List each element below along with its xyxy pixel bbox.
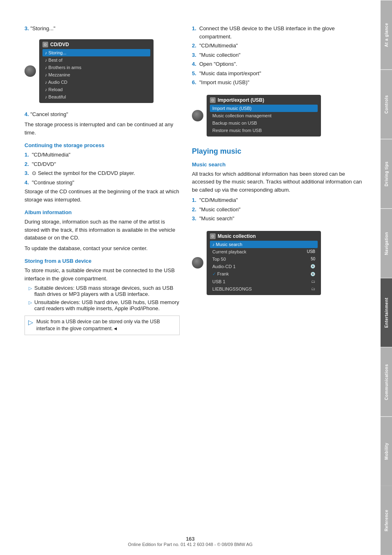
screen2-header: ⊙ Import/export (USB) bbox=[210, 97, 318, 103]
bullet-arrow-2: ▷ bbox=[29, 300, 32, 305]
note-text: Music from a USB device can be stored on… bbox=[36, 318, 176, 332]
screen3-container: ⊙ Music collection ♪ Music search Curren… bbox=[192, 227, 368, 299]
usb-title: Storing from a USB device bbox=[24, 258, 180, 264]
continuing-steps: 1. "CD/Multimedia" 2. "CD/DVD" 3. ⊙ Sele… bbox=[24, 151, 180, 186]
continuing-title: Continuing the storage process bbox=[24, 142, 180, 148]
list-item: 2. "CD/Multimedia" bbox=[192, 42, 368, 50]
step4-text: "Cancel storing" bbox=[30, 111, 68, 117]
screen2-row-2: Backup music on USB bbox=[210, 119, 318, 127]
screen2-header-icon: ⊙ bbox=[210, 97, 216, 103]
sidebar-tab-entertainment[interactable]: Entertainment bbox=[381, 278, 392, 347]
note-box: ▷ Music from a USB device can be stored … bbox=[24, 316, 180, 335]
screen3-row-0: ♪ Music search bbox=[210, 241, 318, 248]
suitable-text: Suitable devices: USB mass storage devic… bbox=[34, 285, 180, 297]
screen1-row-5: ♪ Reload bbox=[42, 86, 150, 93]
right-column: 1. Connect the USB device to the USB int… bbox=[192, 25, 368, 539]
music-search-title: Music search bbox=[192, 161, 368, 168]
unsuitable-text: Unsuitable devices: USB hard drive, USB … bbox=[34, 299, 180, 311]
knob2 bbox=[192, 110, 203, 121]
list-item: 3. "Music search" bbox=[192, 215, 368, 223]
page-number: 163 bbox=[0, 536, 381, 542]
screen2-row-0: Import music (USB) bbox=[210, 105, 318, 112]
sidebar-tab-driving-tips[interactable]: Driving tips bbox=[381, 139, 392, 208]
screen1-row-2: ♪ Brothers in arms bbox=[42, 64, 150, 71]
screen3-row-5: USB 1 🗂 bbox=[210, 278, 318, 285]
screen3-row-6: LIEBLINGSSONGS 🗂 bbox=[210, 285, 318, 293]
screen3-title: Music collection bbox=[218, 233, 256, 239]
list-item: 1. Connect the USB device to the USB int… bbox=[192, 25, 368, 40]
screen2-container: ⊙ Import/export (USB) Import music (USB)… bbox=[192, 91, 368, 141]
page-wrapper: 3. "Storing..." ⊙ CD/DVD ♪ Storing... ♪ … bbox=[0, 0, 392, 555]
main-content: 3. "Storing..." ⊙ CD/DVD ♪ Storing... ♪ … bbox=[0, 0, 381, 555]
sidebar: At a glance Controls Driving tips Naviga… bbox=[381, 0, 392, 555]
screen2-row-1: Music collection management bbox=[210, 112, 318, 119]
knob1 bbox=[24, 65, 36, 77]
music-search-desc: All tracks for which additional informat… bbox=[192, 170, 368, 194]
sidebar-tab-mobility[interactable]: Mobility bbox=[381, 416, 392, 486]
left-column: 3. "Storing..." ⊙ CD/DVD ♪ Storing... ♪ … bbox=[24, 25, 180, 539]
playing-title: Playing music bbox=[192, 147, 368, 156]
screen3-row-1: Current playback USB bbox=[210, 248, 318, 255]
suitable-item: ▷ Suitable devices: USB mass storage dev… bbox=[24, 285, 180, 297]
footer-text: Online Edition for Part no. 01 41 2 603 … bbox=[0, 542, 381, 547]
list-item: 6. "Import music (USB)" bbox=[192, 78, 368, 87]
screen1-row-1: ♪ Best of bbox=[42, 56, 150, 64]
screen1-header-icon: ⊙ bbox=[42, 42, 48, 47]
list-item: 4. "Continue storing" bbox=[24, 179, 180, 187]
screen3-header: ⊙ Music collection bbox=[210, 233, 318, 239]
sidebar-tab-communications[interactable]: Communications bbox=[381, 347, 392, 416]
storage-cd-desc: Storage of the CD continues at the begin… bbox=[24, 188, 180, 204]
usb-desc: To store music, a suitable device must b… bbox=[24, 266, 180, 282]
album-title: Album information bbox=[24, 209, 180, 215]
note-icon: ▷ bbox=[28, 318, 33, 326]
list-item: 5. "Music data import/export" bbox=[192, 69, 368, 78]
screen1-row-0: ♪ Storing... bbox=[42, 49, 150, 56]
screen3-row-4: ✓ Frank 💿 bbox=[210, 270, 318, 278]
list-item: 2. "CD/DVD" bbox=[24, 160, 180, 168]
knob3 bbox=[192, 257, 203, 269]
list-item: 4. Open "Options". bbox=[192, 60, 368, 68]
step3-text: "Storing..." bbox=[30, 25, 55, 31]
step3: 3. "Storing..." bbox=[24, 25, 180, 33]
sidebar-tab-controls[interactable]: Controls bbox=[381, 69, 392, 139]
sidebar-tab-navigation[interactable]: Navigation bbox=[381, 208, 392, 278]
step4: 4. "Cancel storing" bbox=[24, 110, 180, 119]
screen2: ⊙ Import/export (USB) Import music (USB)… bbox=[207, 95, 321, 137]
list-item: 3. ⊙ Select the symbol for the CD/DVD pl… bbox=[24, 169, 180, 177]
sidebar-tab-reference[interactable]: Reference bbox=[381, 486, 392, 555]
screen1-row-6: ♪ Beautiful bbox=[42, 93, 150, 101]
music-search-steps: 1. "CD/Multimedia" 2. "Music collection"… bbox=[192, 196, 368, 223]
list-item: 1. "CD/Multimedia" bbox=[192, 196, 368, 204]
screen3-row-3: Audio-CD 1 💿 bbox=[210, 263, 318, 270]
list-item: 1. "CD/Multimedia" bbox=[24, 151, 180, 159]
list-item: 2. "Music collection" bbox=[192, 206, 368, 214]
screen1: ⊙ CD/DVD ♪ Storing... ♪ Best of ♪ Brothe… bbox=[39, 39, 154, 103]
step4-num: 4. bbox=[24, 111, 29, 117]
screen3-header-icon: ⊙ bbox=[210, 233, 216, 239]
screen3: ⊙ Music collection ♪ Music search Curren… bbox=[207, 231, 321, 295]
album-desc1: During storage, information such as the … bbox=[24, 218, 180, 242]
unsuitable-item: ▷ Unsuitable devices: USB hard drive, US… bbox=[24, 299, 180, 311]
screen1-title: CD/DVD bbox=[50, 42, 69, 47]
screen2-row-3: Restore music from USB bbox=[210, 127, 318, 134]
screen1-container: ⊙ CD/DVD ♪ Storing... ♪ Best of ♪ Brothe… bbox=[24, 35, 180, 107]
page-footer: 163 Online Edition for Part no. 01 41 2 … bbox=[0, 536, 381, 547]
sidebar-tab-at-a-glance[interactable]: At a glance bbox=[381, 0, 392, 69]
cancel-desc: The storage process is interrupted and c… bbox=[24, 121, 180, 137]
screen1-row-4: ♪ Audio CD bbox=[42, 78, 150, 86]
album-desc2: To update the database, contact your ser… bbox=[24, 244, 180, 253]
screen1-header: ⊙ CD/DVD bbox=[42, 42, 150, 47]
screen2-title: Import/export (USB) bbox=[218, 97, 264, 103]
list-item: 3. "Music collection" bbox=[192, 51, 368, 59]
usb-steps: 1. Connect the USB device to the USB int… bbox=[192, 25, 368, 87]
screen1-row-3: ♪ Mezzanine bbox=[42, 71, 150, 78]
bullet-arrow-1: ▷ bbox=[29, 286, 32, 291]
step3-num: 3. bbox=[24, 25, 29, 31]
screen3-row-2: Top 50 50 bbox=[210, 255, 318, 263]
